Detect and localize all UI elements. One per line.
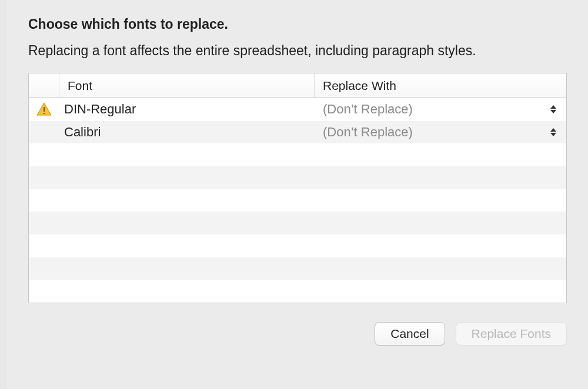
- row-warning: [29, 102, 59, 116]
- table-row-empty: [29, 234, 566, 257]
- table-row-empty: [29, 143, 566, 166]
- col-replace-header: Replace With: [315, 73, 566, 98]
- replace-with-value: (Don’t Replace): [323, 102, 413, 117]
- table-header: Font Replace With: [29, 73, 566, 98]
- table-row-empty: [29, 280, 566, 303]
- stepper-icon: [549, 126, 558, 139]
- col-warning-header: [29, 73, 59, 98]
- dialog-title: Choose which fonts to replace.: [28, 16, 567, 32]
- replace-fonts-dialog: Choose which fonts to replace. Replacing…: [7, 0, 588, 389]
- col-font-header: Font: [59, 73, 315, 98]
- table-row-empty: [29, 212, 566, 234]
- stepper-icon: [549, 103, 558, 116]
- font-table: Font Replace With DIN-Regular (Don’t Rep…: [28, 73, 567, 303]
- table-row[interactable]: DIN-Regular (Don’t Replace): [29, 98, 566, 121]
- table-row-empty: [29, 166, 566, 189]
- replace-fonts-button: Replace Fonts: [456, 322, 567, 346]
- table-row[interactable]: Calibri (Don’t Replace): [29, 121, 566, 144]
- cancel-button[interactable]: Cancel: [375, 322, 445, 346]
- dialog-subtitle: Replacing a font affects the entire spre…: [28, 43, 567, 59]
- font-name: Calibri: [59, 125, 315, 140]
- replace-with-select[interactable]: (Don’t Replace): [315, 125, 566, 140]
- svg-rect-1: [44, 113, 45, 114]
- svg-rect-0: [44, 107, 45, 112]
- table-row-empty: [29, 257, 566, 280]
- replace-with-select[interactable]: (Don’t Replace): [315, 102, 566, 117]
- table-body: DIN-Regular (Don’t Replace) Calibri (Don…: [29, 98, 566, 303]
- font-name: DIN-Regular: [59, 102, 315, 117]
- replace-with-value: (Don’t Replace): [323, 125, 413, 140]
- table-row-empty: [29, 189, 566, 212]
- button-bar: Cancel Replace Fonts: [28, 322, 567, 346]
- warning-icon: [36, 102, 52, 116]
